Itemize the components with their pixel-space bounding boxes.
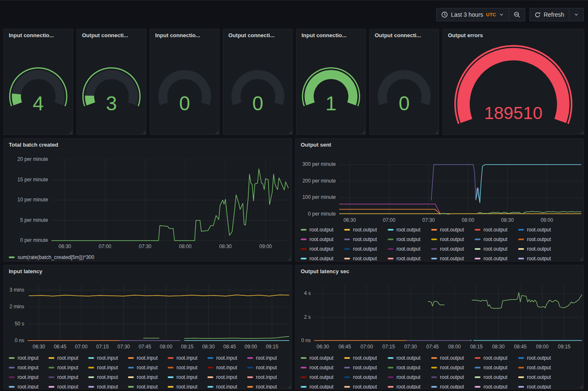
legend-item[interactable]: root.output xyxy=(388,234,431,244)
legend-item[interactable]: root.input xyxy=(49,382,88,389)
time-range-button[interactable]: Last 3 hours UTC xyxy=(436,8,509,21)
panel-title[interactable]: Output connecti... xyxy=(370,29,439,42)
panel-title[interactable]: Input connectio... xyxy=(150,29,219,42)
legend-item[interactable]: root.output xyxy=(344,363,388,372)
legend-series-marker xyxy=(247,386,253,388)
legend-item[interactable]: root.input xyxy=(168,372,207,382)
legend-item[interactable]: root.input xyxy=(88,363,128,372)
legend-item[interactable]: root.input xyxy=(128,353,168,363)
legend-item[interactable]: root.output xyxy=(301,225,344,234)
legend-item[interactable]: root.output xyxy=(518,234,562,244)
legend-item[interactable]: root.input xyxy=(207,353,247,363)
legend-item[interactable]: root.output xyxy=(301,372,344,382)
legend-item[interactable]: root.input xyxy=(9,363,49,372)
legend-item[interactable]: root.output xyxy=(475,353,518,363)
legend-item[interactable]: root.output xyxy=(344,234,388,244)
legend-item[interactable]: root.output xyxy=(518,244,562,254)
legend-item[interactable]: root.output xyxy=(431,225,475,234)
legend-item[interactable]: root.input xyxy=(128,363,168,372)
legend-item[interactable]: root.output xyxy=(431,254,475,261)
panel-title[interactable]: Total batch created xyxy=(4,139,291,151)
legend-item[interactable]: root.output xyxy=(475,382,518,389)
legend-item[interactable]: root.output xyxy=(518,372,562,382)
legend-item[interactable]: root.output xyxy=(388,254,431,261)
legend-item[interactable]: root.output xyxy=(518,254,562,261)
legend-item[interactable]: root.input xyxy=(247,363,287,372)
legend-item[interactable]: root.output xyxy=(301,234,344,244)
legend-item[interactable]: root.output xyxy=(431,382,475,389)
legend-series-marker xyxy=(344,248,350,250)
legend-item[interactable]: root.input xyxy=(88,353,128,363)
chart-plot[interactable] xyxy=(314,285,583,342)
legend-item[interactable]: root.output xyxy=(431,363,475,372)
chart-plot[interactable] xyxy=(339,162,583,215)
legend-item[interactable]: root.output xyxy=(344,353,388,363)
legend-item[interactable]: root.output xyxy=(475,254,518,261)
legend-item[interactable]: root.input xyxy=(49,363,88,372)
legend-item[interactable]: root.input xyxy=(9,382,49,389)
legend-item[interactable]: root.input xyxy=(207,363,247,372)
legend-series-label: root.input xyxy=(137,384,158,389)
legend-item[interactable]: root.output xyxy=(388,382,431,389)
legend-item[interactable]: root.input xyxy=(168,382,207,389)
legend-item[interactable]: root.output xyxy=(431,372,475,382)
legend-item[interactable]: root.output xyxy=(344,254,388,261)
legend-series-marker xyxy=(247,367,253,368)
legend-item[interactable]: root.output xyxy=(431,353,475,363)
panel-title[interactable]: Output latency sec xyxy=(296,265,583,278)
legend-item[interactable]: root.output xyxy=(475,225,518,234)
panel-title[interactable]: Output sent xyxy=(296,139,583,151)
legend-item[interactable]: root.input xyxy=(49,372,88,382)
legend-item[interactable]: root.input xyxy=(128,372,168,382)
legend-item[interactable]: root.output xyxy=(301,244,344,254)
refresh-interval-dropdown[interactable] xyxy=(569,8,584,21)
legend-item[interactable]: root.output xyxy=(388,372,431,382)
legend-item[interactable]: root.output xyxy=(518,382,562,389)
legend-item[interactable]: root.output xyxy=(301,353,344,363)
legend-item[interactable]: root.input xyxy=(128,382,168,389)
legend-item[interactable]: root.output xyxy=(475,234,518,244)
legend-item[interactable]: sum(rate(batch_created[5m]))*300 xyxy=(9,252,94,261)
panel-title[interactable]: Input connectio... xyxy=(297,29,366,42)
legend-item[interactable]: root.output xyxy=(301,382,344,389)
panel-title[interactable]: Output connecti... xyxy=(77,29,146,42)
refresh-button[interactable]: Refresh xyxy=(529,8,569,21)
legend-item[interactable]: root.output xyxy=(475,372,518,382)
legend-item[interactable]: root.output xyxy=(344,372,388,382)
panel-title[interactable]: Output connecti... xyxy=(223,29,292,42)
legend-item[interactable]: root.input xyxy=(247,353,287,363)
chart-plot[interactable] xyxy=(28,285,290,342)
legend-item[interactable]: root.output xyxy=(388,353,431,363)
legend-item[interactable]: root.input xyxy=(9,372,49,382)
legend-item[interactable]: root.output xyxy=(301,363,344,372)
legend-item[interactable]: root.input xyxy=(207,382,247,389)
legend-item[interactable]: root.input xyxy=(207,372,247,382)
legend-item[interactable]: root.input xyxy=(247,372,287,382)
legend-item[interactable]: root.input xyxy=(9,353,49,363)
legend-item[interactable]: root.input xyxy=(168,353,207,363)
panel-title[interactable]: Input connectio... xyxy=(4,29,73,42)
legend-item[interactable]: root.output xyxy=(475,363,518,372)
panel-title[interactable]: Output errors xyxy=(443,29,584,42)
legend-item[interactable]: root.output xyxy=(388,225,431,234)
legend-item[interactable]: root.output xyxy=(344,244,388,254)
legend-item[interactable]: root.output xyxy=(388,363,431,372)
legend-item[interactable]: root.input xyxy=(49,353,88,363)
legend-item[interactable]: root.input xyxy=(168,363,207,372)
legend-item[interactable]: root.output xyxy=(518,353,562,363)
legend-item[interactable]: root.input xyxy=(88,382,128,389)
legend-item[interactable]: root.output xyxy=(344,382,388,389)
legend-item[interactable]: root.output xyxy=(431,234,475,244)
legend-item[interactable]: root.input xyxy=(247,382,287,389)
legend-item[interactable]: root.output xyxy=(518,363,562,372)
legend-item[interactable]: root.output xyxy=(344,225,388,234)
legend-item[interactable]: root.output xyxy=(431,244,475,254)
legend-item[interactable]: root.output xyxy=(475,244,518,254)
chart-plot[interactable] xyxy=(51,160,290,241)
legend-item[interactable]: root.input xyxy=(88,372,128,382)
panel-title[interactable]: Input latency xyxy=(4,265,291,278)
legend-item[interactable]: root.output xyxy=(518,225,562,234)
zoom-out-button[interactable] xyxy=(509,8,525,21)
legend-item[interactable]: root.output xyxy=(301,254,344,261)
legend-item[interactable]: root.output xyxy=(388,244,431,254)
